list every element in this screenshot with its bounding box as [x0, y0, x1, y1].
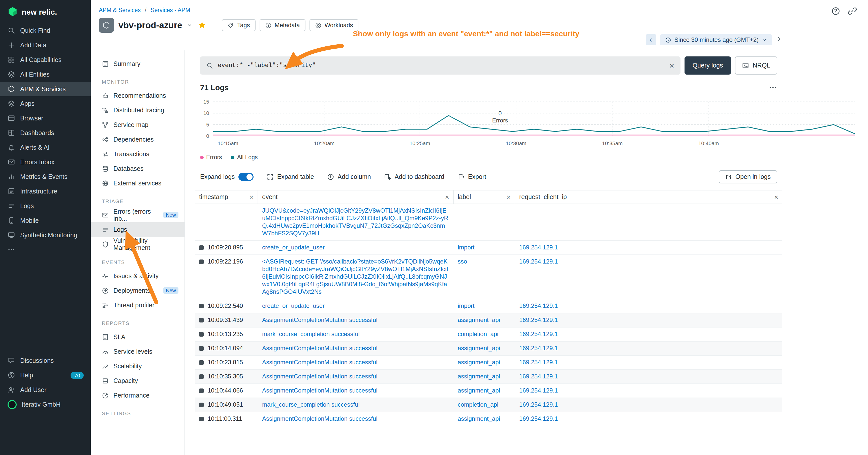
log-row[interactable]: 10:09:31.439AssignmentCompletionMutation…	[195, 314, 782, 327]
event-link[interactable]: JUQVU&code=eyJraWQiOiJjcGltY29yZV8wOTl1M…	[262, 207, 450, 237]
sidebar-item-infrastructure[interactable]: Infrastructure	[0, 184, 91, 198]
log-row[interactable]: 10:10:23.815AssignmentCompletionMutation…	[195, 356, 782, 370]
sidebar-item-all-entities[interactable]: All Entities	[0, 67, 91, 82]
nav-item-vulnerability-management[interactable]: Vulnerability Management	[91, 237, 185, 252]
ip-link[interactable]: 169.254.129.1	[519, 244, 558, 252]
nav-item-databases[interactable]: Databases	[91, 161, 185, 176]
event-link[interactable]: AssignmentCompletionMutation successful	[262, 387, 377, 394]
export-button[interactable]: Export	[458, 173, 486, 181]
sidebar-item-browser[interactable]: Browser	[0, 111, 91, 126]
sidebar-item-more[interactable]	[0, 242, 91, 257]
label-link[interactable]: completion_api	[458, 330, 498, 338]
ip-link[interactable]: 169.254.129.1	[519, 302, 558, 310]
nav-item-distributed-tracing[interactable]: Distributed tracing	[91, 103, 185, 118]
log-row-handle-icon[interactable]	[199, 389, 204, 393]
nav-item-recommendations[interactable]: Recommendations	[91, 88, 185, 103]
event-link[interactable]: mark_course_completion successful	[262, 401, 360, 409]
nav-item-transactions[interactable]: Transactions	[91, 147, 185, 161]
event-link[interactable]: create_or_update_user	[262, 302, 324, 310]
event-link[interactable]: AssignmentCompletionMutation successful	[262, 359, 377, 366]
log-row-handle-icon[interactable]	[199, 402, 204, 407]
label-link[interactable]: sso	[458, 258, 467, 265]
new-relic-logo[interactable]: new relic.	[0, 0, 91, 23]
column-header-label[interactable]: label×	[454, 191, 515, 203]
event-link[interactable]: AssignmentCompletionMutation successful	[262, 415, 377, 423]
favorite-star-icon[interactable]	[198, 21, 207, 29]
remove-column-icon[interactable]: ×	[249, 194, 253, 200]
sidebar-item-apps[interactable]: Apps	[0, 96, 91, 111]
log-row[interactable]: 10:11:00.311AssignmentCompletionMutation…	[195, 412, 782, 426]
ip-link[interactable]: 169.254.129.1	[519, 317, 558, 324]
log-row[interactable]: 10:09:22.540create_or_update_userimport1…	[195, 299, 782, 314]
nav-item-summary[interactable]: Summary	[91, 57, 185, 71]
label-link[interactable]: assignment_api	[458, 345, 500, 352]
label-link[interactable]: assignment_api	[458, 373, 500, 381]
logs-query-input[interactable]: event:* -"label":"security" ×	[200, 57, 681, 74]
sidebar-item-synthetic-monitoring[interactable]: Synthetic Monitoring	[0, 228, 91, 242]
nav-item-sla[interactable]: SLA	[91, 329, 185, 344]
label-link[interactable]: assignment_api	[458, 387, 500, 394]
label-link[interactable]: assignment_api	[458, 317, 500, 324]
remove-column-icon[interactable]: ×	[445, 194, 449, 200]
log-row-handle-icon[interactable]	[199, 360, 204, 365]
event-link[interactable]: AssignmentCompletionMutation successful	[262, 345, 377, 352]
sidebar-item-iterativ-gmbh[interactable]: Iterativ GmbH	[0, 397, 91, 412]
event-link[interactable]: create_or_update_user	[262, 244, 324, 252]
nav-item-thread-profiler[interactable]: Thread profiler	[91, 298, 185, 313]
log-row[interactable]: 10:09:22.196<ASGIRequest: GET '/sso/call…	[195, 255, 782, 299]
column-header-request_client_ip[interactable]: request_client_ip×	[515, 191, 782, 203]
sidebar-item-add-user[interactable]: Add User	[0, 383, 91, 397]
permalink-icon[interactable]	[848, 6, 857, 15]
log-row[interactable]: 10:10:49.051mark_course_completion succe…	[195, 398, 782, 412]
ip-link[interactable]: 169.254.129.1	[519, 387, 558, 394]
sidebar-item-mobile[interactable]: Mobile	[0, 213, 91, 228]
log-row[interactable]: 10:10:14.094AssignmentCompletionMutation…	[195, 342, 782, 356]
nav-item-capacity[interactable]: Capacity	[91, 373, 185, 388]
log-row-handle-icon[interactable]	[199, 417, 204, 421]
column-header-timestamp[interactable]: timestamp×	[195, 191, 258, 203]
legend-item-all-logs[interactable]: All Logs	[231, 154, 258, 160]
sidebar-item-quick-find[interactable]: Quick Find	[0, 23, 91, 38]
add-to-dashboard-button[interactable]: Add to dashboard	[384, 173, 444, 181]
time-forward-button[interactable]	[776, 35, 782, 44]
log-row[interactable]: 10:10:35.305AssignmentCompletionMutation…	[195, 370, 782, 384]
column-header-event[interactable]: event×	[258, 191, 454, 203]
log-row[interactable]: 10:09:20.895create_or_update_userimport1…	[195, 241, 782, 255]
sidebar-item-help[interactable]: Help70	[0, 368, 91, 383]
ip-link[interactable]: 169.254.129.1	[519, 258, 558, 265]
event-link[interactable]: AssignmentCompletionMutation successful	[262, 317, 377, 324]
nav-item-performance[interactable]: Performance	[91, 388, 185, 402]
entity-switcher-chevron-icon[interactable]	[187, 22, 193, 28]
workloads-button[interactable]: Workloads	[310, 19, 359, 31]
log-row-handle-icon[interactable]	[199, 332, 204, 336]
add-column-button[interactable]: Add column	[327, 173, 371, 181]
expand-logs-control[interactable]: Expand logs	[200, 173, 253, 181]
label-link[interactable]: assignment_api	[458, 415, 500, 423]
query-logs-button[interactable]: Query logs	[684, 57, 731, 74]
log-row[interactable]: JUQVU&code=eyJraWQiOiJjcGltY29yZV8wOTl1M…	[195, 204, 782, 241]
breadcrumb-link-services-apm[interactable]: Services - APM	[151, 7, 190, 13]
remove-column-icon[interactable]: ×	[506, 194, 510, 200]
metadata-button[interactable]: Metadata	[259, 19, 306, 31]
log-row-handle-icon[interactable]	[199, 304, 204, 308]
nav-item-issues-activity[interactable]: Issues & activity	[91, 268, 185, 283]
open-in-logs-button[interactable]: Open in logs	[719, 170, 777, 184]
sidebar-item-discussions[interactable]: Discussions	[0, 353, 91, 368]
sidebar-item-alerts-ai[interactable]: Alerts & AI	[0, 140, 91, 155]
nrql-button[interactable]: NRQL	[735, 57, 777, 74]
log-row[interactable]: 10:10:13.235mark_course_completion succe…	[195, 327, 782, 342]
sidebar-item-apm-services[interactable]: APM & Services	[0, 82, 91, 96]
expand-logs-toggle[interactable]	[239, 173, 253, 181]
nav-item-deployments[interactable]: DeploymentsNew	[91, 283, 185, 298]
ip-link[interactable]: 169.254.129.1	[519, 345, 558, 352]
clear-query-icon[interactable]: ×	[670, 61, 675, 70]
log-row-handle-icon[interactable]	[199, 246, 204, 250]
breadcrumb-link-apm-services[interactable]: APM & Services	[99, 7, 141, 13]
sidebar-item-all-capabilities[interactable]: All Capabilities	[0, 53, 91, 67]
sidebar-item-dashboards[interactable]: Dashboards	[0, 126, 91, 140]
nav-item-service-levels[interactable]: Service levels	[91, 344, 185, 359]
legend-item-errors[interactable]: Errors	[200, 154, 222, 160]
nav-item-external-services[interactable]: External services	[91, 176, 185, 191]
log-row-handle-icon[interactable]	[199, 346, 204, 351]
label-link[interactable]: completion_api	[458, 401, 498, 409]
